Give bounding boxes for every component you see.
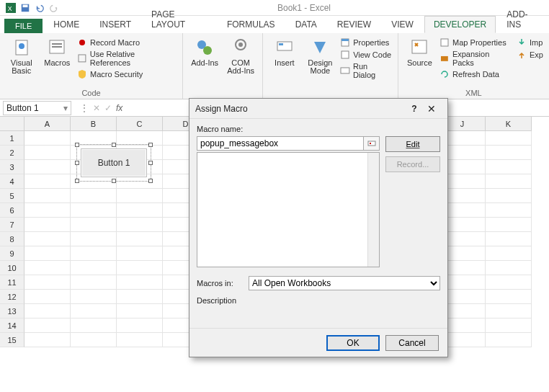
macro-list[interactable]	[197, 152, 380, 267]
row-header[interactable]: 14	[0, 318, 24, 333]
tab-home[interactable]: HOME	[44, 16, 89, 33]
row-header[interactable]: 7	[0, 218, 24, 232]
resize-handle[interactable]	[112, 179, 116, 183]
row-header[interactable]: 12	[0, 290, 24, 304]
row-header[interactable]: 11	[0, 275, 24, 290]
cell[interactable]	[486, 131, 532, 146]
cell[interactable]	[486, 304, 532, 318]
macro-security-button[interactable]: Macro Security	[77, 69, 177, 79]
select-all-corner[interactable]	[0, 117, 24, 131]
tab-file[interactable]: FILE	[4, 19, 43, 33]
cell[interactable]	[24, 160, 71, 174]
tab-data[interactable]: DATA	[286, 16, 326, 33]
cell[interactable]	[24, 261, 71, 275]
col-A[interactable]: A	[24, 117, 71, 131]
properties-button[interactable]: Properties	[340, 37, 392, 48]
macros-in-select[interactable]: All Open Workbooks	[249, 276, 440, 290]
dialog-help-icon[interactable]: ?	[407, 104, 421, 114]
row-header[interactable]: 5	[0, 189, 24, 203]
cell[interactable]	[486, 333, 532, 347]
resize-handle[interactable]	[75, 143, 79, 147]
cell[interactable]	[71, 218, 117, 232]
macro-name-input[interactable]	[197, 136, 364, 151]
cell[interactable]	[486, 203, 532, 218]
cell[interactable]	[486, 290, 532, 304]
resize-handle[interactable]	[148, 143, 153, 147]
cell[interactable]	[24, 290, 71, 304]
cell[interactable]	[486, 261, 532, 275]
undo-icon[interactable]	[35, 3, 45, 13]
cell[interactable]	[24, 333, 71, 347]
cell[interactable]	[486, 275, 532, 290]
row-header[interactable]: 6	[0, 203, 24, 218]
col-B[interactable]: B	[71, 117, 117, 131]
resize-handle[interactable]	[148, 161, 153, 165]
cell[interactable]	[486, 246, 532, 261]
resize-handle[interactable]	[112, 143, 116, 147]
row-header[interactable]: 1	[0, 131, 24, 146]
row-header[interactable]: 2	[0, 146, 24, 160]
row-header[interactable]: 10	[0, 261, 24, 275]
tab-view[interactable]: VIEW	[382, 16, 423, 33]
macros-button[interactable]: Macros	[42, 36, 73, 67]
edit-button[interactable]: Edit	[385, 136, 440, 152]
cell[interactable]	[117, 218, 163, 232]
cell[interactable]	[24, 318, 71, 333]
view-code-button[interactable]: View Code	[340, 50, 392, 60]
insert-control-button[interactable]: Insert	[269, 36, 300, 67]
cell[interactable]	[24, 275, 71, 290]
cell[interactable]	[117, 333, 163, 347]
row-header[interactable]: 15	[0, 333, 24, 347]
cell[interactable]	[24, 146, 71, 160]
cancel-button[interactable]: Cancel	[385, 335, 439, 351]
cell[interactable]	[117, 290, 163, 304]
cell[interactable]	[117, 232, 163, 246]
cell[interactable]	[71, 261, 117, 275]
cell[interactable]	[71, 189, 117, 203]
row-header[interactable]: 4	[0, 174, 24, 189]
cell[interactable]	[486, 146, 532, 160]
cell[interactable]	[71, 290, 117, 304]
tab-developer[interactable]: DEVELOPER	[424, 16, 496, 33]
cell[interactable]	[486, 218, 532, 232]
cell[interactable]	[486, 232, 532, 246]
row-header[interactable]: 3	[0, 160, 24, 174]
ok-button[interactable]: OK	[326, 335, 380, 351]
cancel-formula-icon[interactable]: ✕	[93, 103, 100, 113]
chevron-down-icon[interactable]: ▾	[63, 103, 68, 113]
dialog-titlebar[interactable]: Assign Macro ? ✕	[189, 99, 447, 119]
tab-addins[interactable]: ADD-INS	[497, 6, 549, 33]
visual-basic-button[interactable]: Visual Basic	[6, 36, 37, 75]
cell[interactable]	[117, 261, 163, 275]
close-icon[interactable]: ✕	[421, 103, 442, 115]
cell[interactable]	[24, 203, 71, 218]
import-button[interactable]: Imp	[517, 37, 543, 48]
cell[interactable]	[24, 189, 71, 203]
addins-button[interactable]: Add-Ins	[189, 36, 220, 67]
cell[interactable]	[71, 275, 117, 290]
cell[interactable]	[71, 246, 117, 261]
tab-insert[interactable]: INSERT	[90, 16, 140, 33]
cell[interactable]	[117, 203, 163, 218]
cell[interactable]	[117, 304, 163, 318]
row-header[interactable]: 9	[0, 246, 24, 261]
tab-review[interactable]: REVIEW	[328, 16, 380, 33]
cell[interactable]	[71, 232, 117, 246]
form-button-1[interactable]: Button 1	[81, 148, 147, 177]
map-properties-button[interactable]: Map Properties	[439, 37, 512, 48]
resize-handle[interactable]	[148, 179, 153, 183]
source-button[interactable]: Source	[404, 36, 435, 67]
cell[interactable]	[486, 160, 532, 174]
reference-picker-button[interactable]	[364, 136, 380, 151]
col-K[interactable]: K	[486, 117, 532, 131]
cell[interactable]	[24, 304, 71, 318]
expansion-packs-button[interactable]: Expansion Packs	[439, 50, 512, 67]
refresh-data-button[interactable]: Refresh Data	[439, 69, 512, 79]
cell[interactable]	[24, 174, 71, 189]
tab-page-layout[interactable]: PAGE LAYOUT	[142, 6, 216, 33]
fx-icon[interactable]: fx	[116, 103, 122, 113]
cell[interactable]	[486, 318, 532, 333]
record-macro-button[interactable]: Record Macro	[77, 37, 177, 48]
cell[interactable]	[117, 246, 163, 261]
name-box[interactable]: Button 1 ▾	[3, 101, 71, 115]
